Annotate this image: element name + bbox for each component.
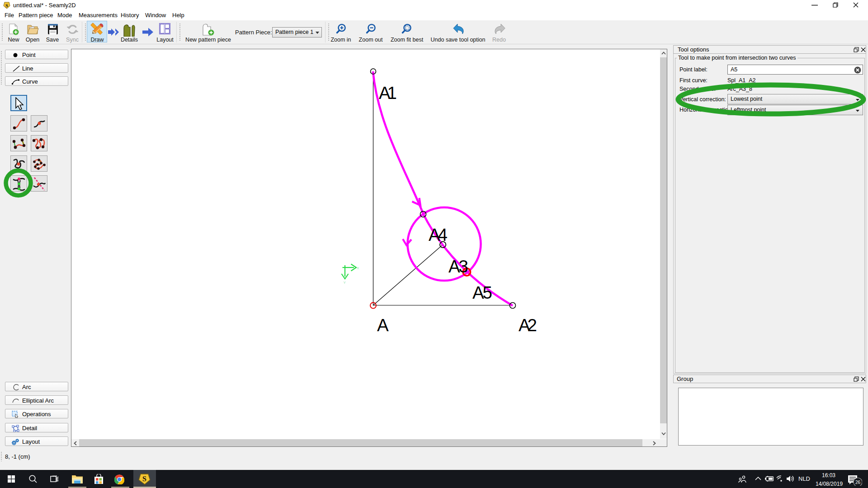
svg-text:A: A (377, 315, 389, 335)
svg-text:26: 26 (855, 480, 861, 485)
svg-text:Y: Y (344, 281, 346, 285)
svg-text:A2: A2 (519, 315, 537, 335)
svg-text:S: S (5, 3, 8, 8)
svg-text:A3: A3 (448, 257, 468, 276)
svg-text:A4: A4 (429, 225, 448, 244)
svg-text:S: S (142, 475, 146, 483)
svg-text:A5: A5 (472, 283, 492, 302)
svg-text:A1: A1 (379, 83, 397, 103)
svg-text:X: X (357, 266, 359, 270)
